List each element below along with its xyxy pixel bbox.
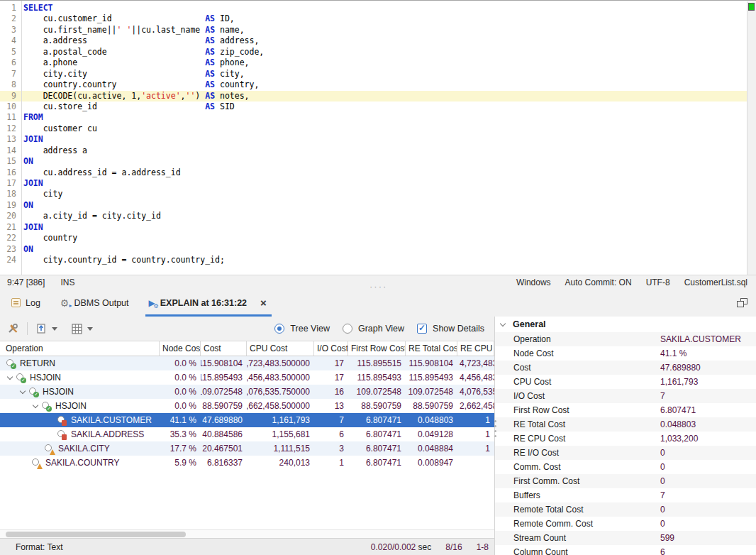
code-line-18[interactable]: 18 city xyxy=(0,189,756,199)
line-ending-indicator[interactable]: Windows xyxy=(516,278,551,287)
plan-row-sakila-country[interactable]: SAKILA.COUNTRY5.9 %6.816337240,01316.807… xyxy=(0,456,494,470)
expand-chevron-icon[interactable] xyxy=(18,388,28,395)
show-details-checkbox[interactable] xyxy=(417,324,427,334)
cell-node-cost: 41.1 % xyxy=(160,413,201,427)
plan-row-return[interactable]: RETURN0.0 %115.9081044,723,483.500000171… xyxy=(0,356,494,370)
details-row-i-o-cost[interactable]: I/O Cost7 xyxy=(495,389,756,403)
tools-icon[interactable] xyxy=(7,323,19,334)
code-line-12[interactable]: 12 customer cu xyxy=(0,123,756,134)
code-line-16[interactable]: 16 cu.address_id = a.address_id xyxy=(0,167,756,178)
code-line-13[interactable]: 13JOIN xyxy=(0,134,756,145)
column-header-first-row-cost[interactable]: First Row Cost xyxy=(348,341,406,356)
tab-log[interactable]: Log xyxy=(11,289,40,317)
code-line-17[interactable]: 17JOIN xyxy=(0,178,756,189)
grid-view-icon[interactable] xyxy=(72,324,82,334)
details-row-comm-cost[interactable]: Comm. Cost0 xyxy=(495,460,756,474)
float-window-icon[interactable] xyxy=(737,298,747,307)
encoding-indicator[interactable]: UTF-8 xyxy=(646,278,670,287)
details-row-node-cost[interactable]: Node Cost41.1 % xyxy=(495,346,756,361)
show-details-label[interactable]: Show Details xyxy=(433,324,484,334)
code-line-23[interactable]: 23ON xyxy=(0,244,756,255)
code-analysis-indicator[interactable] xyxy=(748,3,755,11)
export-icon[interactable] xyxy=(35,323,47,334)
operation-cell: HSJOIN xyxy=(0,399,160,413)
grid-dropdown-arrow[interactable] xyxy=(87,327,93,331)
expand-chevron-icon[interactable] xyxy=(6,374,16,381)
code-line-1[interactable]: 1SELECT xyxy=(0,3,756,13)
details-row-stream-count[interactable]: Stream Count599 xyxy=(495,531,756,545)
code-line-4[interactable]: 4 a.address AS address, xyxy=(0,35,756,46)
code-line-22[interactable]: 22 country xyxy=(0,233,756,243)
code-line-24[interactable]: 24 city.country_id = country.country_id; xyxy=(0,255,756,265)
export-dropdown-arrow[interactable] xyxy=(52,327,57,331)
collapse-chevron-icon[interactable] xyxy=(501,322,506,327)
details-row-re-total-cost[interactable]: RE Total Cost0.048803 xyxy=(495,417,756,432)
column-header-operation[interactable]: Operation xyxy=(0,341,160,356)
close-tab-icon[interactable]: × xyxy=(260,298,267,308)
graph-view-radio[interactable] xyxy=(343,324,352,334)
details-row-column-count[interactable]: Column Count6 xyxy=(495,545,756,555)
code-line-14[interactable]: 14 address a xyxy=(0,145,756,156)
plan-row-hsjoin[interactable]: HSJOIN0.0 %115.8954934,456,483.500000171… xyxy=(0,370,494,385)
details-value: 0 xyxy=(660,448,665,458)
sql-editor[interactable]: 1SELECT2 cu.customer_id AS ID,3 cu.first… xyxy=(0,0,756,275)
code-line-11[interactable]: 11FROM xyxy=(0,112,756,123)
cell-re-cpu-c: 4,076,535 xyxy=(457,385,494,399)
graph-view-label[interactable]: Graph View xyxy=(358,324,404,334)
code-line-9[interactable]: 9 DECODE(cu.active, 1,'active','') AS no… xyxy=(0,91,756,101)
line-number: 21 xyxy=(0,222,21,233)
tree-view-radio[interactable] xyxy=(274,324,284,334)
column-header-cost[interactable]: Cost xyxy=(201,341,247,356)
code-line-15[interactable]: 15ON xyxy=(0,156,756,167)
details-row-re-i-o-cost[interactable]: RE I/O Cost0 xyxy=(495,446,756,460)
column-header-cpu-cost[interactable]: CPU Cost xyxy=(247,341,314,356)
tree-view-label[interactable]: Tree View xyxy=(290,324,330,334)
vertical-splitter-handle[interactable] xyxy=(492,417,498,440)
code-line-19[interactable]: 19ON xyxy=(0,200,756,211)
auto-commit-indicator[interactable]: Auto Commit: ON xyxy=(565,278,632,287)
details-row-cost[interactable]: Cost47.689880 xyxy=(495,361,756,375)
caret-position[interactable]: 9:47 [386] xyxy=(7,278,45,287)
plan-row-sakila-city[interactable]: SAKILA.CITY17.7 %20.4675011,111,51536.80… xyxy=(0,441,494,456)
cell-i-o-cost: 6 xyxy=(314,427,348,441)
details-row-cpu-cost[interactable]: CPU Cost1,161,793 xyxy=(495,375,756,389)
column-header-re-cpu-c[interactable]: RE CPU C xyxy=(457,341,494,356)
column-header-node-cost[interactable]: Node Cost xyxy=(160,341,201,356)
details-row-operation[interactable]: OperationSAKILA.CUSTOMER xyxy=(495,332,756,346)
expand-chevron-icon[interactable] xyxy=(31,402,41,410)
details-section-header[interactable]: General xyxy=(495,317,756,332)
editor-scroll-gutter[interactable] xyxy=(747,1,756,275)
code-line-6[interactable]: 6 a.phone AS phone, xyxy=(0,57,756,68)
line-number: 16 xyxy=(0,167,21,178)
plan-row-hsjoin[interactable]: HSJOIN0.0 %88.5907592,662,458.5000001388… xyxy=(0,399,494,413)
horizontal-scrollbar[interactable] xyxy=(0,529,494,538)
code-line-7[interactable]: 7 city.city AS city, xyxy=(0,69,756,79)
line-number: 13 xyxy=(0,134,21,145)
details-row-remote-total-cost[interactable]: Remote Total Cost0 xyxy=(495,502,756,517)
details-row-re-cpu-cost[interactable]: RE CPU Cost1,033,200 xyxy=(495,432,756,446)
details-row-buffers[interactable]: Buffers7 xyxy=(495,488,756,502)
code-text: country.country AS country, xyxy=(21,79,259,90)
code-line-21[interactable]: 21JOIN xyxy=(0,222,756,233)
horizontal-scrollbar-thumb[interactable] xyxy=(6,532,186,537)
insert-mode[interactable]: INS xyxy=(60,278,74,287)
details-row-first-comm-cost[interactable]: First Comm. Cost0 xyxy=(495,474,756,488)
plan-row-sakila-customer[interactable]: SAKILA.CUSTOMER41.1 %47.6898801,161,7937… xyxy=(0,413,494,427)
tab-explain[interactable]: ▶⚙ EXPLAIN at 16:31:22 × xyxy=(149,289,267,317)
column-header-i-o-cost[interactable]: I/O Cost xyxy=(314,341,348,356)
column-header-re-total-cost[interactable]: RE Total Cost xyxy=(406,341,457,356)
code-line-5[interactable]: 5 a.postal_code AS zip_code, xyxy=(0,47,756,57)
tab-dbms-output[interactable]: ⚙▸ DBMS Output xyxy=(60,289,129,317)
operation-cell: RETURN xyxy=(0,356,160,370)
plan-row-hsjoin[interactable]: HSJOIN0.0 %109.0725484,076,535.750000161… xyxy=(0,385,494,399)
log-icon xyxy=(11,298,21,307)
code-line-2[interactable]: 2 cu.customer_id AS ID, xyxy=(0,13,756,24)
plan-row-sakila-address[interactable]: SAKILA.ADDRESS35.3 %40.8845861,155,68166… xyxy=(0,427,494,441)
code-line-10[interactable]: 10 cu.store_id AS SID xyxy=(0,101,756,112)
operation-check-icon xyxy=(28,387,39,397)
code-line-3[interactable]: 3 cu.first_name||' '||cu.last_name AS na… xyxy=(0,25,756,35)
code-line-8[interactable]: 8 country.country AS country, xyxy=(0,79,756,90)
details-row-remote-comm-cost[interactable]: Remote Comm. Cost0 xyxy=(495,517,756,531)
code-line-20[interactable]: 20 a.city_id = city.city_id xyxy=(0,211,756,221)
details-row-first-row-cost[interactable]: First Row Cost6.807471 xyxy=(495,403,756,417)
